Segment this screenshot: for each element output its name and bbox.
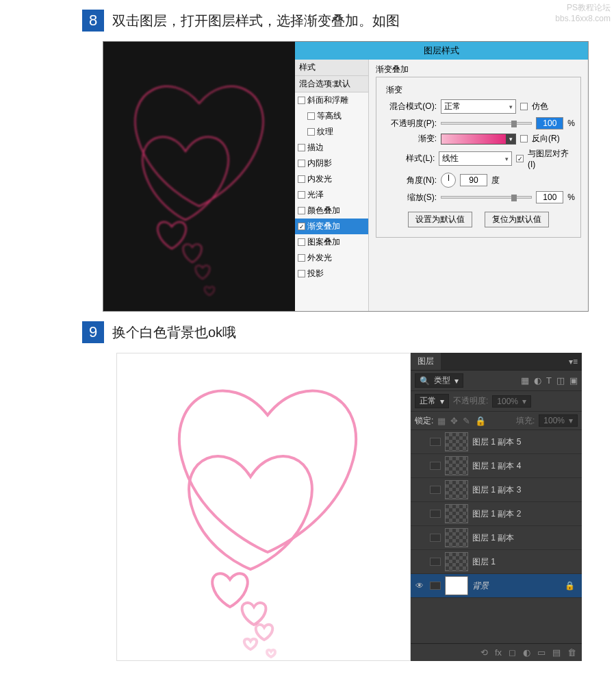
lock-brush-icon[interactable]: ✎ [463,416,470,426]
style-checkbox[interactable] [298,238,305,246]
layer-filter-select[interactable]: 🔍 类型 ▾ [415,373,463,388]
gradient-swatch[interactable]: ▾ [441,134,516,145]
new-layer-icon[interactable]: ▤ [552,647,561,658]
style-label: 样式(L): [382,153,435,164]
style-checkbox[interactable] [298,144,305,151]
chevron-down-icon: ▾ [506,134,515,144]
layer-thumbnail[interactable] [445,432,468,451]
layer-select-box[interactable] [430,582,441,590]
step-9-number: 9 [82,321,104,343]
visibility-icon[interactable]: 👁 [413,581,426,590]
style-checkbox[interactable]: ✓ [298,223,305,230]
style-checkbox[interactable] [298,254,305,262]
layer-style-dialog: 图层样式 样式 混合选项:默认 斜面和浮雕等高线纹理描边内阴影内发光光泽颜色叠加… [295,42,588,311]
style-list: 样式 混合选项:默认 斜面和浮雕等高线纹理描边内阴影内发光光泽颜色叠加✓渐变叠加… [295,60,369,311]
style-checkbox[interactable] [298,160,305,167]
opacity-value[interactable]: 100 [536,117,563,129]
layer-thumbnail[interactable] [445,480,468,499]
layer-row[interactable]: 图层 1 副本 2 [411,502,582,526]
fill-value[interactable]: 100% ▾ [539,414,578,427]
link-layers-icon[interactable]: ⟲ [480,647,488,658]
style-item-图案叠加[interactable]: 图案叠加 [295,234,368,250]
style-checkbox[interactable] [307,112,315,120]
layer-thumbnail[interactable] [445,528,468,547]
style-checkbox[interactable] [298,270,305,277]
style-checkbox[interactable] [298,97,305,104]
style-select[interactable]: 线性 ▾ [439,151,512,166]
styles-header[interactable]: 样式 [295,60,368,76]
angle-value[interactable]: 90 [460,174,487,186]
gradient-label: 渐变: [382,133,437,145]
layer-select-box[interactable] [430,438,441,446]
style-item-投影[interactable]: 投影 [295,266,368,282]
layer-name: 图层 1 副本 [472,532,579,544]
layer-thumbnail[interactable] [445,552,468,571]
style-label: 描边 [307,142,324,153]
trash-icon[interactable]: 🗑 [567,647,576,658]
layer-row[interactable]: 图层 1 [411,550,582,574]
styles-blend-default[interactable]: 混合选项:默认 [295,76,368,92]
layer-select-box[interactable] [430,486,441,494]
layer-row[interactable]: 👁背景🔒 [411,574,582,598]
hearts-light-illustration [117,353,411,661]
style-item-渐变叠加[interactable]: ✓渐变叠加 [295,219,368,234]
style-checkbox[interactable] [298,207,305,214]
style-item-斜面和浮雕[interactable]: 斜面和浮雕 [295,92,368,108]
style-item-纹理[interactable]: 纹理 [295,124,368,140]
angle-dial[interactable] [441,173,456,188]
style-item-内发光[interactable]: 内发光 [295,171,368,187]
style-label: 斜面和浮雕 [307,95,348,106]
blend-select[interactable]: 正常 ▾ [415,394,449,408]
angle-unit: 度 [491,175,500,186]
style-checkbox[interactable] [298,191,305,199]
layer-thumbnail[interactable] [445,504,468,523]
step-8-figure: 图层样式 样式 混合选项:默认 斜面和浮雕等高线纹理描边内阴影内发光光泽颜色叠加… [103,41,589,312]
style-item-描边[interactable]: 描边 [295,140,368,155]
filter-pixel-icon[interactable]: ▦ [521,375,529,386]
dither-checkbox[interactable] [520,103,528,110]
layer-row[interactable]: 图层 1 副本 3 [411,478,582,502]
lock-pixels-icon[interactable]: ▦ [437,416,446,426]
style-label: 颜色叠加 [307,205,340,216]
layer-row[interactable]: 图层 1 副本 5 [411,430,582,454]
adjustment-icon[interactable]: ◐ [523,647,530,658]
layer-select-box[interactable] [430,462,441,470]
reverse-checkbox[interactable] [520,135,528,142]
style-checkbox[interactable] [307,128,315,136]
layer-thumbnail[interactable] [445,456,468,475]
lock-all-icon[interactable]: 🔒 [475,416,486,426]
layer-row[interactable]: 图层 1 副本 4 [411,454,582,478]
lock-position-icon[interactable]: ✥ [450,416,458,426]
panel-opacity-value[interactable]: 100% ▾ [492,395,531,408]
filter-type-icon[interactable]: T [546,375,552,386]
filter-smart-icon[interactable]: ▣ [569,375,578,386]
panel-menu-icon[interactable]: ▾≡ [565,357,582,366]
panel-opacity-value-text: 100% [497,397,518,406]
style-item-外发光[interactable]: 外发光 [295,250,368,266]
layer-select-box[interactable] [430,534,441,542]
scale-value[interactable]: 100 [536,191,563,203]
preview-dark [103,42,295,311]
scale-slider[interactable] [441,196,532,199]
tab-layers[interactable]: 图层 [411,353,441,370]
fx-icon[interactable]: fx [495,647,502,658]
group-icon[interactable]: ▭ [537,647,546,658]
layer-thumbnail[interactable] [445,576,468,595]
align-checkbox[interactable]: ✓ [516,155,524,162]
reset-default-button[interactable]: 复位为默认值 [485,212,549,227]
opacity-slider[interactable] [441,122,532,125]
chevron-down-icon: ▾ [454,376,459,386]
style-item-光泽[interactable]: 光泽 [295,187,368,203]
layer-select-box[interactable] [430,558,441,566]
layer-select-box[interactable] [430,510,441,518]
mask-icon[interactable]: ◻ [509,647,516,658]
filter-adjust-icon[interactable]: ◐ [534,375,541,386]
filter-shape-icon[interactable]: ◫ [556,375,565,386]
style-item-颜色叠加[interactable]: 颜色叠加 [295,203,368,219]
style-item-等高线[interactable]: 等高线 [295,108,368,124]
set-default-button[interactable]: 设置为默认值 [408,212,472,227]
style-item-内阴影[interactable]: 内阴影 [295,155,368,171]
layer-row[interactable]: 图层 1 副本 [411,526,582,550]
blend-mode-select[interactable]: 正常 ▾ [441,99,516,114]
style-checkbox[interactable] [298,175,305,183]
